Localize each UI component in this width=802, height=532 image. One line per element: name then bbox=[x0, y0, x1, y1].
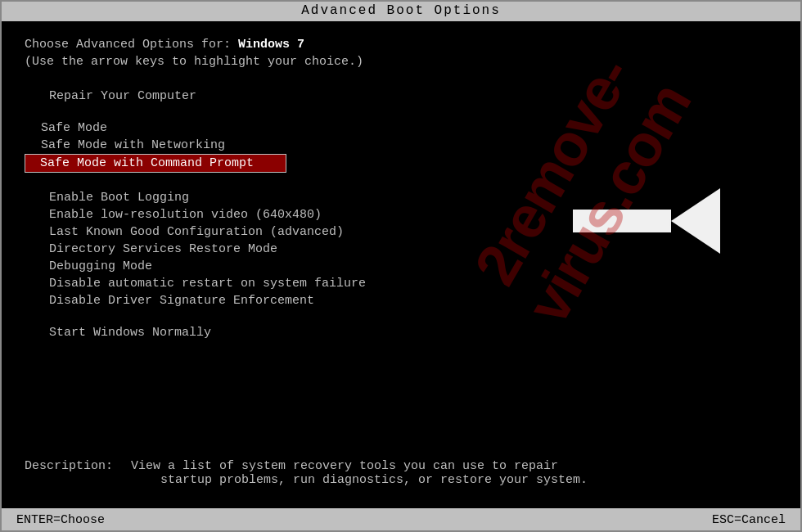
menu-item-debugging-mode[interactable]: Debugging Mode bbox=[25, 258, 777, 275]
footer-esc: ESC=Cancel bbox=[712, 513, 786, 527]
menu-item-disable-driver-signature[interactable]: Disable Driver Signature Enforcement bbox=[25, 292, 777, 309]
footer-bar: ENTER=Choose ESC=Cancel bbox=[0, 508, 802, 532]
footer-enter: ENTER=Choose bbox=[16, 513, 105, 527]
description-area: Description:View a list of system recove… bbox=[0, 459, 802, 487]
menu-item-start-normally[interactable]: Start Windows Normally bbox=[25, 326, 777, 340]
title-bar: Advanced Boot Options bbox=[0, 0, 802, 21]
intro-prefix: Choose Advanced Options for: bbox=[25, 38, 238, 52]
arrow-head bbox=[671, 188, 720, 254]
safe-mode-section: Safe Mode Safe Mode with Networking Safe… bbox=[25, 119, 777, 173]
menu-item-disable-restart[interactable]: Disable automatic restart on system fail… bbox=[25, 275, 777, 292]
intro-os: Windows 7 bbox=[238, 38, 304, 52]
description-text: View a list of system recovery tools you… bbox=[131, 459, 753, 487]
menu-item-repair[interactable]: Repair Your Computer bbox=[25, 89, 777, 103]
arrow-tail bbox=[573, 210, 671, 232]
menu-item-safe-mode-command-prompt[interactable]: Safe Mode with Command Prompt bbox=[25, 154, 286, 173]
description-label: Description: bbox=[25, 459, 131, 473]
intro-line2: (Use the arrow keys to highlight your ch… bbox=[25, 55, 777, 69]
intro-line1: Choose Advanced Options for: Windows 7 bbox=[25, 38, 777, 52]
menu-item-safe-mode-networking[interactable]: Safe Mode with Networking bbox=[25, 137, 777, 154]
menu-item-safe-mode[interactable]: Safe Mode bbox=[25, 119, 777, 137]
title-text: Advanced Boot Options bbox=[301, 3, 501, 18]
arrow-annotation bbox=[573, 188, 720, 254]
